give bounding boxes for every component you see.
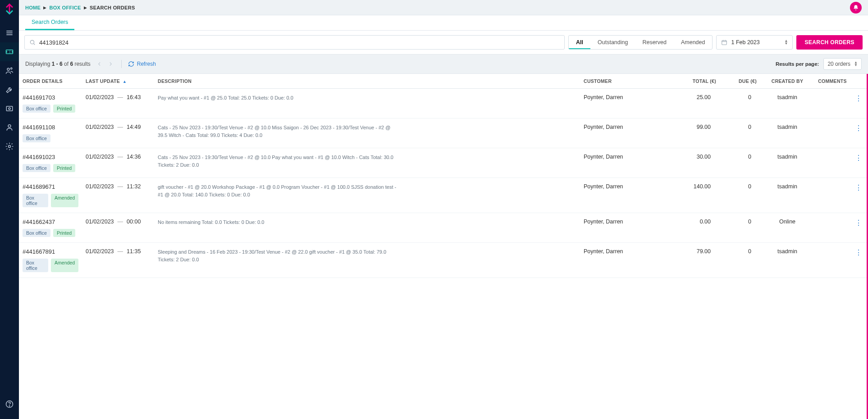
sidebar-people-icon[interactable] xyxy=(0,61,19,80)
filter-reserved[interactable]: Reserved xyxy=(635,36,674,49)
col-description[interactable]: DESCRIPTION xyxy=(154,74,580,89)
badge-box-office: Box office xyxy=(23,229,50,237)
filter-amended[interactable]: Amended xyxy=(674,36,713,49)
due: 0 xyxy=(720,178,760,213)
badge-printed: Printed xyxy=(53,229,75,237)
last-update: 01/02/2023—14:36 xyxy=(82,148,154,178)
due: 0 xyxy=(720,118,760,148)
filter-tabs: All Outstanding Reserved Amended xyxy=(568,35,713,50)
sidebar-help-icon[interactable] xyxy=(0,395,19,414)
app-logo xyxy=(3,3,16,15)
search-input[interactable] xyxy=(39,39,560,46)
breadcrumb-bar: HOME ▶ BOX OFFICE ▶ SEARCH ORDERS xyxy=(19,0,868,15)
created-by: tsadmin xyxy=(760,118,814,148)
search-button[interactable]: SEARCH ORDERS xyxy=(796,35,863,50)
due: 0 xyxy=(720,89,760,118)
chevron-right-icon: ▶ xyxy=(84,5,87,10)
sidebar-tools-icon[interactable] xyxy=(0,80,19,99)
comments xyxy=(814,148,850,178)
badge-box-office: Box office xyxy=(23,259,48,272)
description: Cats - 25 Nov 2023 - 19:30/Test Venue - … xyxy=(158,154,401,169)
date-filter[interactable]: 1 Feb 2023 ▲▼ xyxy=(716,35,793,50)
date-text: 1 Feb 2023 xyxy=(731,39,781,46)
main: HOME ▶ BOX OFFICE ▶ SEARCH ORDERS Search… xyxy=(19,0,868,419)
row-actions-icon[interactable]: ⋮ xyxy=(850,89,867,118)
search-box xyxy=(24,35,565,50)
total: 99.00 xyxy=(670,118,720,148)
table-row[interactable]: #441691108Box office01/02/2023—14:49Cats… xyxy=(19,118,867,148)
due: 0 xyxy=(720,148,760,178)
total: 79.00 xyxy=(670,243,720,278)
row-actions-icon[interactable]: ⋮ xyxy=(850,243,867,278)
sidebar-menu-icon[interactable] xyxy=(0,23,19,42)
customer: Poynter, Darren xyxy=(580,148,670,178)
comments xyxy=(814,178,850,213)
svg-line-14 xyxy=(34,44,35,45)
description: No items remaining Total: 0.0 Tickets: 0… xyxy=(158,219,401,226)
calendar-icon xyxy=(721,39,727,46)
results-toolbar: Displaying 1 - 6 of 6 results Refresh Re… xyxy=(19,55,868,74)
row-actions-icon[interactable]: ⋮ xyxy=(850,148,867,178)
svg-point-10 xyxy=(9,146,11,148)
last-update: 01/02/2023—16:43 xyxy=(82,89,154,118)
sidebar xyxy=(0,0,19,419)
col-order-details[interactable]: ORDER DETAILS xyxy=(19,74,82,89)
table-row[interactable]: #441691023Box officePrinted01/02/2023—14… xyxy=(19,148,867,178)
col-last-update[interactable]: LAST UPDATE▲ xyxy=(82,74,154,89)
last-update: 01/02/2023—14:49 xyxy=(82,118,154,148)
tab-search-orders[interactable]: Search Orders xyxy=(25,15,74,30)
col-due[interactable]: DUE (€) xyxy=(720,74,760,89)
sidebar-tickets-icon[interactable] xyxy=(0,99,19,118)
sidebar-boxoffice-icon[interactable] xyxy=(0,42,19,61)
total: 30.00 xyxy=(670,148,720,178)
badge-printed: Printed xyxy=(53,164,75,172)
due: 0 xyxy=(720,243,760,278)
svg-point-13 xyxy=(30,40,34,44)
table-row[interactable]: #441667891Box officeAmended01/02/2023—11… xyxy=(19,243,867,278)
col-total[interactable]: TOTAL (€) xyxy=(670,74,720,89)
table-row[interactable]: #441691703Box officePrinted01/02/2023—16… xyxy=(19,89,867,118)
filter-all[interactable]: All xyxy=(569,36,590,49)
table-row[interactable]: #441689671Box officeAmended01/02/2023—11… xyxy=(19,178,867,213)
page-prev-icon[interactable] xyxy=(95,59,104,68)
badge-amended: Amended xyxy=(51,194,78,207)
badge-box-office: Box office xyxy=(23,194,48,207)
col-created-by[interactable]: CREATED BY xyxy=(760,74,814,89)
comments xyxy=(814,213,850,243)
table-row[interactable]: #441662437Box officePrinted01/02/2023—00… xyxy=(19,213,867,243)
pager xyxy=(95,59,115,68)
order-id: #441691108 xyxy=(23,124,78,131)
order-id: #441691023 xyxy=(23,154,78,160)
total: 0.00 xyxy=(670,213,720,243)
row-actions-icon[interactable]: ⋮ xyxy=(850,178,867,213)
sidebar-user-icon[interactable] xyxy=(0,118,19,137)
crumb-home[interactable]: HOME xyxy=(25,5,41,10)
description: Pay what you want - #1 @ 25.0 Total: 25.… xyxy=(158,94,401,102)
refresh-button[interactable]: Refresh xyxy=(128,61,156,67)
refresh-icon xyxy=(128,61,134,67)
svg-point-9 xyxy=(8,125,11,128)
col-comments[interactable]: COMMENTS xyxy=(814,74,850,89)
svg-rect-7 xyxy=(6,106,12,111)
divider xyxy=(121,60,122,68)
description: Sleeping and Dreams - 16 Feb 2023 - 19:3… xyxy=(158,248,401,263)
svg-rect-15 xyxy=(722,41,727,45)
order-id: #441689671 xyxy=(23,183,78,190)
select-stepper-icon: ▲▼ xyxy=(854,61,858,67)
row-actions-icon[interactable]: ⋮ xyxy=(850,118,867,148)
sidebar-settings-icon[interactable] xyxy=(0,137,19,156)
orders-table: ORDER DETAILS LAST UPDATE▲ DESCRIPTION C… xyxy=(19,74,867,278)
crumb-boxoffice[interactable]: BOX OFFICE xyxy=(50,5,81,10)
results-per-page-select[interactable]: 20 orders ▲▼ xyxy=(823,58,862,70)
description: gift voucher - #1 @ 20.0 Workshop Packag… xyxy=(158,183,401,198)
col-customer[interactable]: CUSTOMER xyxy=(580,74,670,89)
svg-point-5 xyxy=(7,68,9,70)
badge-box-office: Box office xyxy=(23,164,50,172)
row-actions-icon[interactable]: ⋮ xyxy=(850,213,867,243)
customer: Poynter, Darren xyxy=(580,178,670,213)
filter-outstanding[interactable]: Outstanding xyxy=(590,36,635,49)
notifications-button[interactable] xyxy=(850,2,862,14)
customer: Poynter, Darren xyxy=(580,118,670,148)
search-row: All Outstanding Reserved Amended 1 Feb 2… xyxy=(19,31,868,55)
page-next-icon[interactable] xyxy=(106,59,115,68)
